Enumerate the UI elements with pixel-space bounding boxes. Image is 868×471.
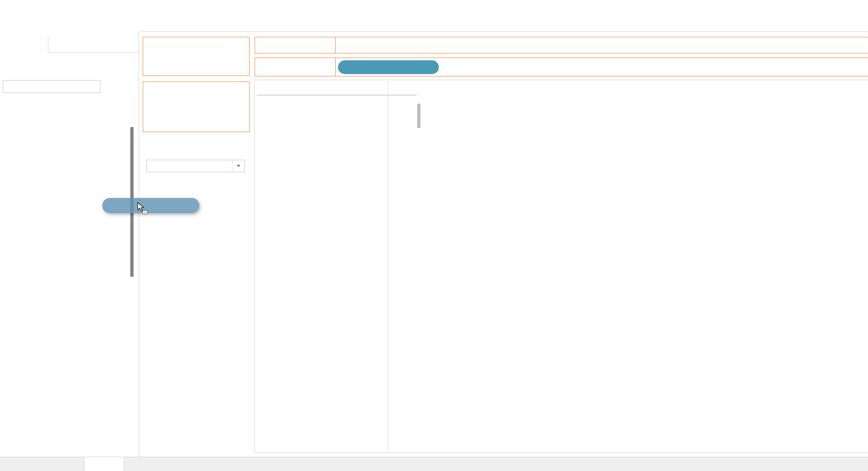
mark-type-caret xyxy=(232,160,245,172)
pages-shelf[interactable] xyxy=(143,37,250,76)
sheet-rows xyxy=(255,96,421,450)
datasource-item[interactable] xyxy=(6,57,10,69)
sheet-header-underline xyxy=(257,95,417,95)
customer-name-pill[interactable] xyxy=(338,60,439,74)
rows-shelf-header xyxy=(255,58,336,76)
tableau-window xyxy=(0,0,868,471)
search-input[interactable] xyxy=(3,83,97,90)
columns-shelf-header xyxy=(255,37,336,53)
data-source-tab[interactable] xyxy=(0,457,5,471)
mark-type-dropdown[interactable] xyxy=(146,160,245,172)
search-box xyxy=(3,80,100,93)
menu-bar xyxy=(0,0,868,8)
pane-tabs xyxy=(0,36,139,52)
filters-shelf[interactable] xyxy=(143,81,250,132)
field-list xyxy=(0,116,138,411)
data-pane xyxy=(0,31,139,457)
tab-data[interactable] xyxy=(0,36,48,52)
columns-shelf[interactable] xyxy=(255,37,868,53)
sheet-top-border xyxy=(255,80,868,80)
dragged-len-pill[interactable] xyxy=(102,198,199,213)
sheet-scrollbar[interactable] xyxy=(417,104,420,128)
parameters-section xyxy=(0,411,138,457)
rows-shelf[interactable] xyxy=(255,58,868,76)
toolbar xyxy=(0,8,868,32)
sheet1-tab[interactable] xyxy=(84,457,124,471)
tab-analytics[interactable] xyxy=(49,36,122,52)
tabs-underline xyxy=(48,52,139,52)
drag-cursor-icon xyxy=(135,201,149,215)
sheet-bottom-border xyxy=(255,453,868,453)
status-bar xyxy=(0,457,868,471)
tooltip-flag-button[interactable] xyxy=(836,12,842,28)
